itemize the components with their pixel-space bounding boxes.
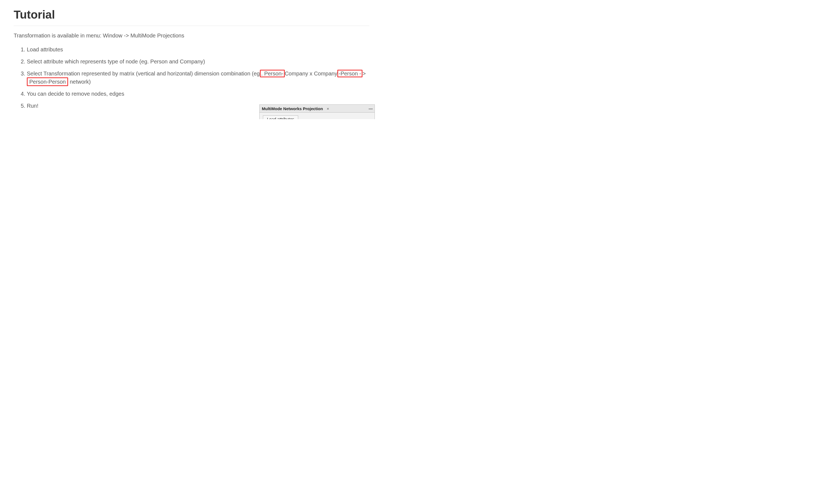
step-3: Select Transformation represented by mat… xyxy=(27,69,369,86)
step-3-text-c: network) xyxy=(68,79,90,85)
panel-title: MultiMode Networks Projection xyxy=(261,106,324,112)
step-3-text-a: Select Transformation represented by mat… xyxy=(27,71,260,77)
highlight-person-person: Person-Person xyxy=(27,77,68,86)
panel-titlebar: MultiMode Networks Projection × — xyxy=(260,105,375,113)
step-3-text-b: Company x Company xyxy=(285,71,337,77)
step-3-arrow: > xyxy=(363,71,366,77)
intro-text: Transformation is available in menu: Win… xyxy=(14,33,369,39)
close-icon[interactable]: × xyxy=(326,106,330,111)
multimode-panel: MultiMode Networks Projection × — Load a… xyxy=(259,104,375,119)
step-2: Select attribute which represents type o… xyxy=(27,57,369,66)
minimize-icon[interactable]: — xyxy=(368,106,373,111)
highlight-person-2: -Person - xyxy=(337,70,363,77)
step-4: You can decide to remove nodes, edges xyxy=(27,90,369,98)
page-title: Tutorial xyxy=(14,8,369,26)
step-1: Load attributes xyxy=(27,45,369,54)
steps-list: Load attributes Select attribute which r… xyxy=(14,45,369,110)
highlight-person-1: . Person- xyxy=(260,70,285,77)
load-attributes-button[interactable]: Load attributes xyxy=(263,115,298,119)
